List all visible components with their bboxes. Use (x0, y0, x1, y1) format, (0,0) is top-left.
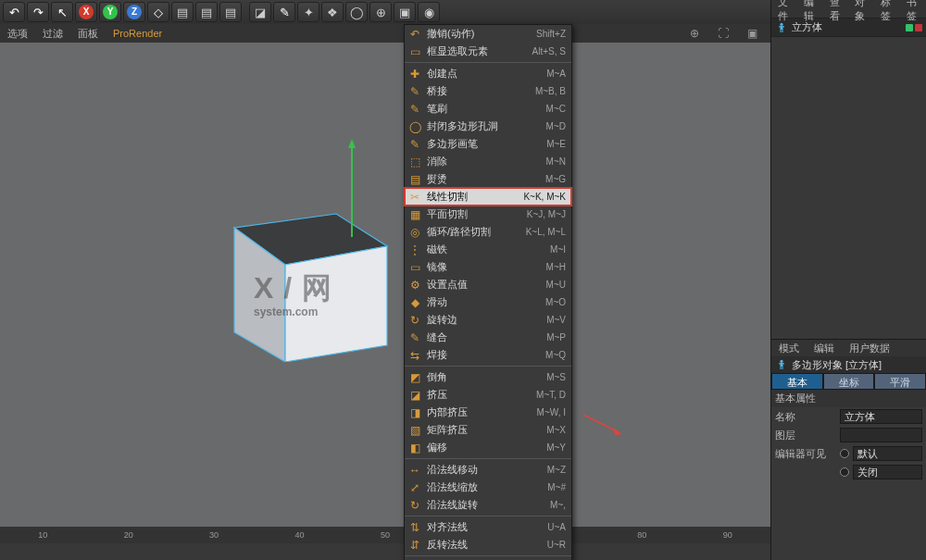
visibility-dot[interactable] (915, 24, 922, 31)
menu-item[interactable]: ◧偏移M~Y (405, 439, 571, 456)
menu-item[interactable]: ◯封闭多边形孔洞M~D (405, 118, 571, 135)
menu-item[interactable]: ✎多边形画笔M~E (405, 135, 571, 153)
menu-item[interactable]: ⬚消除M~N (405, 153, 571, 170)
visibility-dot[interactable] (906, 24, 913, 31)
menu-filter[interactable]: 过滤 (35, 27, 70, 41)
menu-item[interactable]: ↔沿法线移动M~Z (405, 461, 571, 479)
brush-button[interactable]: ✎ (273, 2, 295, 22)
light-button[interactable]: ◉ (418, 2, 440, 22)
menu-item[interactable]: ◩倒角M~S (405, 368, 571, 386)
menu-item[interactable]: ⇵反转法线U~R (405, 536, 571, 554)
viewport[interactable]: X / 网 system.com 102030405060708090 (0, 43, 770, 543)
visibility-dots[interactable] (906, 24, 922, 31)
panel-tab[interactable]: 文件 (771, 0, 797, 23)
panel-tab[interactable]: 书签 (900, 0, 926, 23)
menu-icon: ◯ (405, 118, 425, 135)
attr-tab[interactable]: 用户数据 (842, 342, 897, 355)
svg-line-11 (583, 415, 617, 431)
attr-tab-row: 基本坐标平滑 (771, 373, 926, 390)
undo-button[interactable]: ↶ (3, 2, 25, 22)
timeline-ruler[interactable]: 102030405060708090 (0, 527, 770, 543)
panel-tab[interactable]: 查看 (823, 0, 849, 23)
menu-item[interactable]: ✚创建点M~A (405, 65, 571, 82)
menu-icon: ◆ (405, 293, 425, 311)
menu-label: 滑动 (425, 295, 540, 309)
object-name[interactable]: 立方体 (792, 20, 822, 34)
attr-subtab[interactable]: 平滑 (874, 373, 926, 390)
panel-tab[interactable]: 标签 (874, 0, 900, 23)
menu-panel[interactable]: 面板 (70, 27, 106, 41)
clapper1-button[interactable]: ▤ (171, 2, 194, 22)
menu-prorender[interactable]: ProRender (106, 28, 169, 39)
attr-subtab[interactable]: 坐标 (823, 373, 875, 390)
menu-icon: ◨ (405, 404, 425, 421)
ruler-tick: 90 (685, 530, 770, 540)
menu-shortcut: M~U (541, 280, 566, 290)
camera-icon[interactable]: ⊕ (682, 27, 707, 40)
menu-shortcut: M~G (540, 174, 566, 184)
axis-z-button[interactable]: Z (123, 2, 145, 22)
menu-shortcut: M~, (544, 500, 566, 510)
svg-text:Z: Z (131, 6, 137, 17)
attr-value[interactable]: 默认 (853, 446, 922, 461)
attr-value[interactable] (840, 428, 922, 442)
menu-item[interactable]: ▭镜像M~H (405, 258, 571, 276)
menu-shortcut: Alt+S, S (527, 46, 566, 56)
attr-subtab[interactable]: 基本 (771, 373, 823, 390)
menu-label: 平面切割 (425, 207, 521, 221)
redo-button[interactable]: ↷ (27, 2, 49, 22)
menu-shortcut: M~E (541, 139, 566, 149)
menu-item[interactable]: ◨内部挤压M~W, I (405, 404, 571, 421)
spline-button[interactable]: ◯ (345, 2, 368, 22)
menu-item[interactable]: ⋮磁铁M~I (405, 241, 571, 258)
menu-item[interactable]: ▧矩阵挤压M~X (405, 421, 571, 439)
menu-item[interactable]: ⇆焊接M~Q (405, 346, 571, 364)
menu-item[interactable]: ↻沿法线旋转M~, (405, 496, 571, 514)
effector-button[interactable]: ❖ (321, 2, 344, 22)
menu-item[interactable]: ◆滑动M~O (405, 293, 571, 311)
menu-item[interactable]: ⤢沿法线缩放M~# (405, 479, 571, 496)
coord-button[interactable]: ◇ (147, 2, 169, 22)
grid-icon[interactable]: ⛶ (710, 27, 736, 40)
menu-item[interactable]: ✎笔刷M~C (405, 100, 571, 118)
prim-cube-button[interactable]: ◪ (249, 2, 271, 22)
menu-shortcut: K~L, M~L (520, 227, 566, 237)
attr-tab[interactable]: 模式 (771, 342, 807, 355)
clapper2-button[interactable]: ▤ (195, 2, 218, 22)
menu-item[interactable]: ▤熨烫M~G (405, 170, 571, 188)
svg-rect-17 (782, 30, 783, 32)
select-button[interactable]: ↖ (51, 2, 73, 22)
menu-item[interactable]: ◎循环/路径切割K~L, M~L (405, 223, 571, 241)
menu-item[interactable]: ✎桥接M~B, B (405, 82, 571, 100)
menu-item[interactable]: ▦平面切割K~J, M~J (405, 205, 571, 223)
menu-item[interactable]: ▭框显选取元素Alt+S, S (405, 43, 571, 60)
menu-label: 倒角 (425, 370, 541, 384)
menu-shortcut: M~P (541, 332, 566, 342)
axis-x-button[interactable]: X (75, 2, 97, 22)
menu-options[interactable]: 选项 (0, 27, 35, 41)
menu-item[interactable]: ✎缝合M~P (405, 329, 571, 346)
menu-item[interactable]: ⚙设置点值M~U (405, 276, 571, 293)
deformer-button[interactable]: ✦ (297, 2, 319, 22)
camera-button[interactable]: ▣ (394, 2, 416, 22)
menu-item[interactable]: ↻旋转边M~V (405, 311, 571, 329)
attr-value[interactable]: 关闭 (853, 465, 922, 479)
clapper3-button[interactable]: ▤ (219, 2, 242, 22)
menu-item[interactable]: ↶撤销(动作)Shift+Z (405, 25, 571, 43)
menu-label: 封闭多边形孔洞 (425, 119, 541, 133)
globe-button[interactable]: ⊕ (369, 2, 392, 22)
menu-item[interactable]: ◪挤压M~T, D (405, 386, 571, 404)
panel-tab[interactable]: 对象 (848, 0, 874, 23)
menu-label: 熨烫 (425, 172, 540, 186)
menu-icon: ▭ (405, 43, 425, 60)
axis-y-button[interactable]: Y (99, 2, 121, 22)
menu-icon: ✎ (405, 329, 425, 346)
radio-icon[interactable] (840, 467, 849, 477)
menu-item[interactable]: ✂线性切割K~K, M~K (405, 188, 571, 205)
view-icon[interactable]: ▣ (740, 27, 765, 40)
radio-icon[interactable] (840, 449, 849, 458)
panel-tab[interactable]: 编辑 (797, 0, 823, 23)
menu-item[interactable]: ⇅对齐法线U~A (405, 518, 571, 536)
attr-tab[interactable]: 编辑 (807, 342, 842, 355)
attr-value[interactable]: 立方体 (840, 409, 922, 424)
